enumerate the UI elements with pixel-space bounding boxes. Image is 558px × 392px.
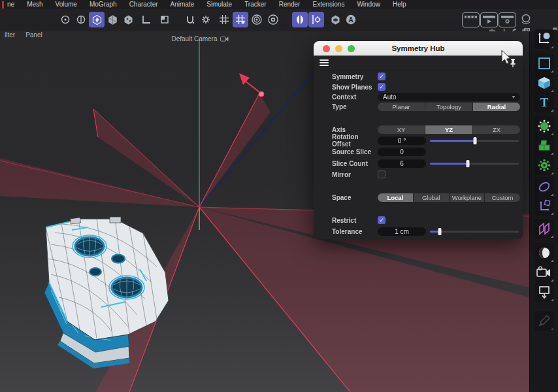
dialog-titlebar[interactable]: Symmetry Hub xyxy=(314,41,523,56)
menu-item-render[interactable]: Render xyxy=(279,0,301,9)
space-option-local[interactable]: Local xyxy=(378,193,413,202)
render-animation-icon[interactable] xyxy=(480,12,498,27)
source-slice-input[interactable]: 0 xyxy=(378,148,426,156)
field-restrict: Restrict ✓ xyxy=(332,216,520,225)
field-axis: Axis XY YZ ZX xyxy=(332,125,520,134)
gear-settings-icon[interactable] xyxy=(198,12,214,27)
application-window: ne Mesh Volume MoGraph Character Animate… xyxy=(0,0,558,392)
menu-item-volume[interactable]: Volume xyxy=(56,0,77,9)
axis-option-zx[interactable]: ZX xyxy=(473,125,520,134)
draw-disabled-icon xyxy=(534,311,554,331)
tolerance-slider[interactable] xyxy=(430,227,520,236)
poly-pen-icon[interactable] xyxy=(120,12,136,27)
array-rings-icon[interactable] xyxy=(249,12,265,27)
camera-object-icon[interactable] xyxy=(534,263,554,282)
tweak-corner-icon[interactable] xyxy=(139,12,154,27)
panel-grip-icon[interactable] xyxy=(553,27,557,32)
cube-primitive-icon[interactable] xyxy=(534,73,554,93)
menu-item-extensions[interactable]: Extensions xyxy=(312,0,344,9)
plane-rotation-handle[interactable] xyxy=(239,73,264,97)
type-option-radial[interactable]: Radial xyxy=(473,103,520,111)
edge-mode-icon[interactable] xyxy=(73,12,89,27)
axis-modifier-icon[interactable] xyxy=(534,196,554,216)
right-sidebar: T xyxy=(529,31,558,392)
mouse-cursor xyxy=(499,49,514,66)
field-mirror: Mirror ✓ xyxy=(332,170,520,179)
symmetry-hub-dialog: Symmetry Hub Symmetry ✓ Show Planes ✓ Co… xyxy=(314,41,523,239)
field-rotation-offset: Rotation Offset 0 ° xyxy=(332,136,520,145)
toolbar: A xyxy=(0,9,558,32)
symmetry-settings-icon[interactable] xyxy=(308,12,324,27)
spline-rectangle-icon[interactable] xyxy=(534,54,554,73)
symmetry-checkbox[interactable]: ✓ xyxy=(378,73,386,80)
context-dropdown[interactable]: Auto ▾ xyxy=(378,93,520,101)
svg-text:T: T xyxy=(540,96,548,109)
generator-gear-icon[interactable] xyxy=(534,155,554,175)
symmetry-butterfly-icon[interactable] xyxy=(292,12,308,27)
axis-option-yz[interactable]: YZ xyxy=(425,125,472,134)
type-option-topology[interactable]: Topology xyxy=(425,103,472,111)
field-tolerance: Tolerance 1 cm xyxy=(332,227,520,236)
z-axis-line xyxy=(199,63,321,207)
space-segmented-control: Local Global Workplane Custom xyxy=(378,193,520,202)
menu-item-mesh[interactable]: Mesh xyxy=(27,0,42,9)
menu-item-mograph[interactable]: MoGraph xyxy=(90,0,117,9)
svg-text:A: A xyxy=(348,16,353,24)
show-planes-checkbox[interactable]: ✓ xyxy=(378,83,386,91)
slice-count-slider[interactable] xyxy=(430,159,520,168)
environment-icon[interactable] xyxy=(534,243,554,263)
space-option-global[interactable]: Global xyxy=(414,193,449,202)
dialog-title: Symmetry Hub xyxy=(314,44,523,52)
hamburger-menu-icon[interactable] xyxy=(320,59,329,66)
tolerance-input[interactable]: 1 cm xyxy=(378,227,426,236)
field-slice-count: Slice Count 6 xyxy=(332,159,520,168)
magnet-icon[interactable] xyxy=(182,12,198,27)
space-option-custom[interactable]: Custom xyxy=(485,193,520,202)
field-source-slice: Source Slice 0 xyxy=(332,147,520,156)
field-symmetry: Symmetry ✓ xyxy=(332,72,520,81)
deformer-capsule-icon[interactable] xyxy=(534,177,554,197)
points-mode-icon[interactable] xyxy=(57,12,73,27)
menu-item[interactable]: ne xyxy=(7,0,14,9)
rect-select-icon[interactable] xyxy=(157,12,172,27)
slice-count-input[interactable]: 6 xyxy=(378,159,426,168)
render-settings-icon[interactable] xyxy=(499,12,516,27)
coordinates-icon[interactable] xyxy=(534,29,554,49)
volume-hexagon-icon[interactable] xyxy=(327,12,343,27)
field-type: Type Planar Topology Radial xyxy=(332,102,520,111)
array-generator-icon[interactable] xyxy=(534,136,554,155)
type-option-planar[interactable]: Planar xyxy=(378,103,425,111)
menu-item-tracker[interactable]: Tracker xyxy=(244,0,267,9)
menu-item-animate[interactable]: Animate xyxy=(171,0,195,9)
menu-bar: ne Mesh Volume MoGraph Character Animate… xyxy=(0,0,558,9)
motext-icon[interactable]: T xyxy=(534,93,554,112)
field-show-planes: Show Planes ✓ xyxy=(332,82,520,91)
chevron-down-icon: ▾ xyxy=(512,94,515,100)
menu-item-window[interactable]: Window xyxy=(357,0,380,9)
menu-item-simulate[interactable]: Simulate xyxy=(206,0,232,9)
menu-item-character[interactable]: Character xyxy=(129,0,158,9)
polygon-mode-icon[interactable] xyxy=(89,12,105,27)
snap-grid-icon[interactable] xyxy=(216,12,232,27)
auto-circle-icon[interactable]: A xyxy=(343,12,359,27)
menu-item-help[interactable]: Help xyxy=(393,0,406,9)
target-icon[interactable] xyxy=(265,12,281,27)
quantize-grid-icon[interactable] xyxy=(233,12,248,27)
rotation-offset-input[interactable]: 0 ° xyxy=(378,137,426,145)
mesh-solid-icon[interactable] xyxy=(105,12,120,27)
type-segmented-control: Planar Topology Radial xyxy=(378,103,520,111)
dialog-menu-strip xyxy=(314,56,523,71)
space-option-workplane[interactable]: Workplane xyxy=(450,193,485,202)
field-context: Context Auto ▾ xyxy=(332,92,520,101)
render-view-icon[interactable] xyxy=(462,12,480,27)
stage-icon[interactable] xyxy=(534,282,554,302)
symmetry-planes-icon[interactable] xyxy=(534,219,554,238)
rotation-offset-slider[interactable] xyxy=(430,137,520,145)
material-sphere-icon[interactable] xyxy=(518,12,534,27)
restrict-checkbox[interactable]: ✓ xyxy=(378,216,386,224)
axis-option-xy[interactable]: XY xyxy=(378,125,425,134)
mirror-checkbox[interactable]: ✓ xyxy=(378,171,386,178)
model-mesh-wedge[interactable] xyxy=(44,217,169,368)
camera-label[interactable]: Default Camera xyxy=(148,35,252,42)
subdivision-surface-icon[interactable] xyxy=(534,116,554,136)
